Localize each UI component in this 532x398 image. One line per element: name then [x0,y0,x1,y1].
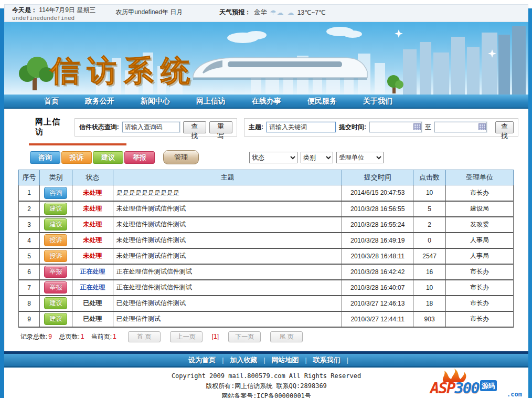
column-header: 类别 [39,170,72,185]
category-badge[interactable]: 投诉 [44,250,67,262]
footer-separator: | [305,357,307,364]
status-query-group: 信件状态查询: 查 找 重 写 [75,118,237,137]
status-text: 未处理 [83,205,102,212]
cell-topic[interactable]: 是是是是是是是是是是 [113,185,342,201]
column-header: 状态 [72,170,113,185]
nav-item-5[interactable]: 便民服务 [300,97,344,106]
cell-topic[interactable]: 已处理信件测试信件测试 [113,296,342,311]
skyline-dark [498,26,526,95]
category-badge[interactable]: 举报 [44,266,67,278]
topic-search-group: 主题: 提交时间: 至 查 找 [244,118,518,137]
cell-status: 未处理 [72,248,113,264]
prev-page-button[interactable]: 上一页 [170,331,203,342]
cell-topic[interactable]: 正在处理信件测试信件测试 [113,264,342,280]
total-records: 9 [48,333,52,340]
nav-item-3[interactable]: 网上信访 [189,97,233,106]
cell-unit: 市长办 [446,311,514,327]
page-title: 网上信访 [35,117,67,137]
pagination-stats: 记录总数:9 总页数:1 当前页:1 [20,332,122,341]
tab-button-咨询[interactable]: 咨询 [30,151,60,164]
topic-input[interactable] [267,122,336,132]
cell-clicks: 903 [413,311,446,327]
cell-clicks: 2 [413,217,446,233]
status-text: 正在处理 [80,268,105,275]
filter-select-1[interactable]: 类别 [301,152,333,163]
nav-item-2[interactable]: 新闻中心 [133,97,177,106]
search-row: 网上信访 信件状态查询: 查 找 重 写 主题: 提交时间: 至 [14,117,518,137]
date-block: 今天是： 114年7月9日 星期三 undefinedundefined [12,6,95,22]
category-badge[interactable]: 建议 [44,297,67,309]
cell-time: 2010/3/28 16:48:11 [342,248,413,264]
cell-unit: 发改委 [446,217,514,233]
cell-no: 5 [19,248,40,264]
cell-clicks: 10 [413,280,446,296]
cell-no: 2 [19,201,40,217]
first-page-button[interactable]: 首 页 [128,331,161,342]
status-text: 未处理 [83,189,102,196]
manage-tab-button[interactable]: 管理 [163,150,199,164]
footer-link-1[interactable]: 加入收藏 [230,355,257,365]
cell-topic[interactable]: 已处理信件测试 [113,311,342,327]
cell-category: 咨询 [39,185,72,201]
filter-select-0[interactable]: 状态 [249,152,297,163]
status-query-input[interactable] [122,122,180,132]
calendar-icon[interactable] [478,123,486,130]
cell-category: 举报 [39,280,72,296]
category-badge[interactable]: 咨询 [44,187,67,199]
cell-topic[interactable]: 未处理信件测试信件测试 [113,201,342,217]
rewrite-button[interactable]: 重 写 [209,121,232,133]
category-badge[interactable]: 建议 [44,203,67,215]
category-badge[interactable]: 举报 [44,281,67,294]
cell-topic[interactable]: 正在处理信件测试信件测试 [113,280,342,296]
cell-status: 已处理 [72,296,113,311]
tabs-row: 咨询投诉建议举报 管理 状态类别受理单位 [30,150,518,164]
cell-category: 投诉 [39,233,72,248]
footer-link-0[interactable]: 设为首页 [188,355,216,365]
cell-topic[interactable]: 未处理信件测试信件测试 [113,233,342,248]
status-query-label: 信件状态查询: [79,123,119,132]
calendar-icon[interactable] [413,123,421,130]
table-row: 1咨询未处理是是是是是是是是是是2014/6/15 20:47:5310市长办 [19,185,514,201]
category-badge[interactable]: 建议 [44,218,67,231]
lunar-date: 农历甲undefined年 日月 [115,6,183,17]
cell-unit: 建设局 [446,201,514,217]
table-row: 6举报正在处理正在处理信件测试信件测试2010/3/28 16:42:4216市… [19,264,514,280]
table-row: 7举报正在处理正在处理信件测试信件测试2010/3/28 16:40:0710市… [19,280,514,296]
footer-nav: 设为首页|加入收藏|网站地图|联系我们| [4,354,528,368]
nav-item-1[interactable]: 政务公开 [78,97,122,106]
category-badge[interactable]: 建议 [44,313,67,325]
page: 今天是： 114年7月9日 星期三 undefinedundefined 农历甲… [0,4,532,398]
footer-link-2[interactable]: 网站地图 [272,355,299,365]
cell-status: 已处理 [72,311,113,327]
tab-button-建议[interactable]: 建议 [93,151,123,164]
filter-select-2[interactable]: 受理单位 [336,152,384,163]
nav-item-4[interactable]: 在线办事 [244,97,289,106]
column-header: 序号 [19,170,40,185]
asp300-logo[interactable]: ASP300源码 .com [430,369,522,398]
search-button[interactable]: 查 找 [495,121,514,133]
cell-topic[interactable]: 未处理信件测试信件测试 [113,217,342,233]
nav-item-6[interactable]: 关于我们 [356,97,400,106]
last-page-button[interactable]: 尾 页 [270,331,303,342]
cell-time: 2010/3/27 12:44:11 [342,311,413,327]
cell-topic[interactable]: 未处理信件测试信件测试 [113,248,342,264]
next-page-button[interactable]: 下一页 [228,331,261,342]
pagination: 记录总数:9 总页数:1 当前页:1 首 页 上一页 [1] 下一页 尾 页 [20,331,518,342]
status-find-button[interactable]: 查 找 [183,121,206,133]
status-text: 未处理 [83,252,102,259]
status-text: 未处理 [83,221,102,228]
nav-item-0[interactable]: 首页 [37,97,66,106]
today-value: 114年7月9日 星期三 [39,6,95,14]
cell-status: 正在处理 [72,264,113,280]
tab-button-投诉[interactable]: 投诉 [61,151,92,164]
category-tabs: 咨询投诉建议举报 [30,151,156,164]
table-header-row: 序号类别状态主题提交时间点击数受理单位 [19,170,514,185]
table-row: 9建议已处理已处理信件测试2010/3/27 12:44:11903市长办 [19,311,514,327]
tab-button-举报[interactable]: 举报 [124,151,155,164]
footer: Copyright 2009 mail.800579.com All Right… [4,368,528,398]
date-from-wrap [369,122,422,132]
logo-text: ASP300源码 [430,380,497,396]
footer-link-3[interactable]: 联系我们 [313,355,341,365]
category-badge[interactable]: 投诉 [44,234,67,246]
cell-no: 9 [19,311,40,327]
